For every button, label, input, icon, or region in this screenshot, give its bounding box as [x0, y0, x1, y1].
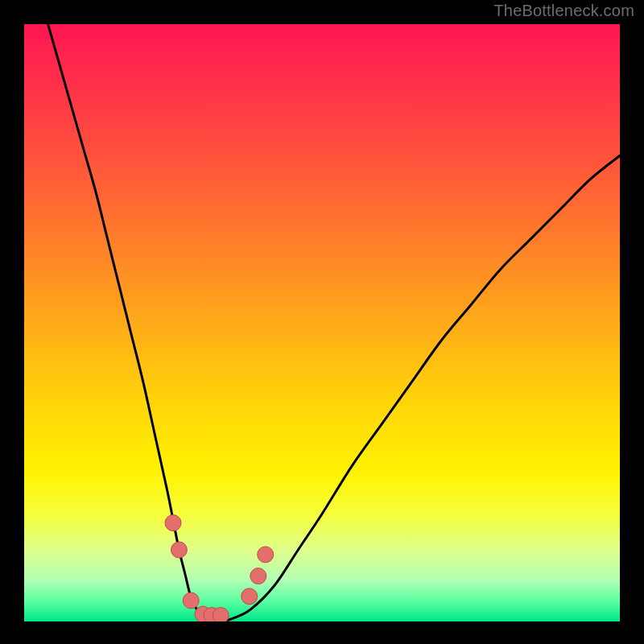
plot-area [24, 24, 620, 621]
watermark-text: TheBottleneck.com [493, 2, 634, 20]
chart-frame: TheBottleneck.com [0, 0, 644, 644]
background-gradient [24, 24, 620, 621]
svg-rect-0 [24, 24, 620, 621]
